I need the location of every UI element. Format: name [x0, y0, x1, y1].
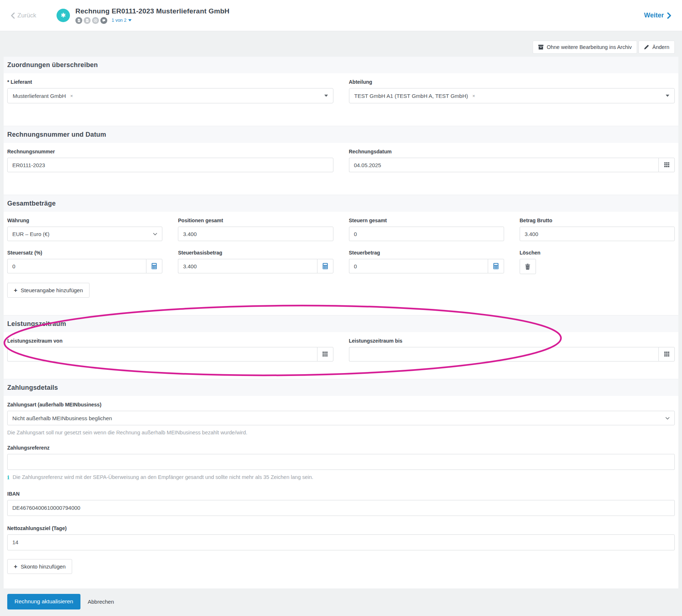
currency-value: EUR – Euro (€)	[12, 231, 50, 237]
top-header-bar: Zurück ✱ Rechnung ER0111-2023 Musterlief…	[0, 0, 682, 31]
form-footer: Rechnung aktualisieren Abbrechen	[0, 588, 682, 609]
payment-reference-info: Die Zahlungsreferenz wird mit der SEPA-Ü…	[13, 474, 313, 480]
supplier-remove-icon[interactable]: ×	[70, 93, 73, 99]
taxes-total-field: Steuern gesamt	[349, 218, 504, 241]
pager-label: 1 von 2	[112, 18, 126, 23]
tax-rate-input[interactable]	[7, 259, 146, 273]
payment-reference-input[interactable]	[7, 454, 675, 470]
update-invoice-button[interactable]: Rechnung aktualisieren	[7, 594, 80, 609]
department-remove-icon[interactable]: ×	[472, 93, 475, 99]
payment-method-select[interactable]: Nicht außerhalb MEINbusiness beglichen	[7, 411, 675, 425]
currency-select[interactable]: EUR – Euro (€)	[7, 227, 162, 241]
plus-icon: +	[14, 287, 17, 293]
calendar-grid-icon	[322, 351, 328, 357]
payment-reference-field: Zahlungsreferenz i Die Zahlungsreferenz …	[7, 445, 675, 481]
invoice-date-input[interactable]	[349, 158, 659, 172]
add-tax-button[interactable]: + Steuerangabe hinzufügen	[7, 283, 90, 298]
calendar-grid-icon	[664, 351, 670, 357]
delete-tax-label: Löschen	[520, 250, 675, 256]
period-to-picker-button[interactable]	[658, 347, 675, 361]
calculator-icon	[151, 263, 157, 269]
section-period: Leistungszeitraum Leistungszeitraum von	[4, 315, 678, 379]
tax-rate-field: Steuersatz (%)	[7, 250, 162, 274]
invoice-edit-page: Zurück ✱ Rechnung ER0111-2023 Musterlief…	[0, 0, 682, 616]
section-invoice-content: Rechnungsnummer Rechnungsdatum	[4, 143, 678, 195]
positions-total-field: Positionen gesamt	[178, 218, 333, 241]
payment-method-help: Die Zahlungsart soll nur gesetzt sein we…	[7, 430, 675, 435]
edit-label: Ändern	[652, 44, 669, 50]
period-to-field: Leistungszeitraum bis	[349, 338, 675, 361]
invoice-date-picker-button[interactable]	[658, 158, 675, 172]
select-chevron-icon	[665, 417, 670, 419]
tax-rate-label: Steuersatz (%)	[7, 250, 162, 256]
dropdown-caret-icon	[324, 95, 328, 97]
section-period-title: Leistungszeitraum	[7, 320, 675, 328]
section-invoice-header: Rechnungsnummer und Datum	[4, 126, 678, 143]
tax-amount-input[interactable]	[349, 259, 488, 273]
cancel-button[interactable]: Abbrechen	[88, 599, 114, 605]
payment-reference-info-row: i Die Zahlungsreferenz wird mit der SEPA…	[7, 474, 675, 481]
section-invoice-title: Rechnungsnummer und Datum	[7, 131, 675, 139]
iban-field: IBAN	[7, 491, 675, 516]
calculator-icon	[493, 263, 499, 269]
document-icon[interactable]	[75, 17, 82, 24]
page-selector[interactable]: 1 von 2	[112, 18, 132, 23]
section-totals-title: Gesamtbeträge	[7, 200, 675, 207]
tax-base-input[interactable]	[178, 259, 317, 273]
iban-input[interactable]	[7, 500, 675, 516]
net-days-field: Nettozahlungsziel (Tage)	[7, 525, 675, 550]
section-payment-header: Zahlungsdetails	[4, 379, 678, 396]
payment-method-field: Zahlungsart (außerhalb MEINbusiness) Nic…	[7, 402, 675, 435]
taxes-total-input[interactable]	[349, 227, 504, 241]
tax-base-calc-button[interactable]	[317, 259, 333, 273]
delete-tax-button[interactable]	[520, 259, 536, 274]
note-icon[interactable]	[84, 17, 91, 24]
section-payment-content: Zahlungsart (außerhalb MEINbusiness) Nic…	[4, 396, 678, 588]
positions-total-label: Positionen gesamt	[178, 218, 333, 223]
positions-total-input[interactable]	[178, 227, 333, 241]
trash-icon	[525, 264, 530, 270]
actions-row: Ohne weitere Bearbeitung ins Archiv Ände…	[0, 31, 682, 56]
comment-icon[interactable]	[100, 17, 107, 24]
archive-button[interactable]: Ohne weitere Bearbeitung ins Archiv	[533, 41, 637, 54]
taxes-total-label: Steuern gesamt	[349, 218, 504, 223]
section-payment-title: Zahlungsdetails	[7, 384, 675, 392]
gross-amount-input[interactable]	[520, 227, 675, 241]
section-period-header: Leistungszeitraum	[4, 315, 678, 332]
period-from-picker-button[interactable]	[317, 347, 333, 361]
invoice-number-field: Rechnungsnummer	[7, 149, 333, 172]
tax-rate-calc-button[interactable]	[146, 259, 162, 273]
invoice-number-input[interactable]	[7, 158, 333, 172]
back-button[interactable]: Zurück	[11, 12, 36, 19]
section-period-content: Leistungszeitraum von Leistungszeitraum …	[4, 332, 678, 379]
payment-method-value: Nicht außerhalb MEINbusiness beglichen	[12, 415, 112, 421]
add-discount-button[interactable]: + Skonto hinzufügen	[7, 559, 72, 574]
net-days-label: Nettozahlungsziel (Tage)	[7, 525, 675, 531]
info-icon: i	[7, 474, 9, 481]
pencil-icon	[644, 45, 649, 50]
net-days-input[interactable]	[7, 534, 675, 550]
invoice-badge-icon: ✱	[57, 9, 70, 22]
select-chevron-icon	[153, 233, 157, 235]
department-label: Abteilung	[349, 79, 675, 85]
gross-amount-label: Betrag Brutto	[520, 218, 675, 223]
next-label: Weiter	[644, 12, 664, 19]
add-tax-label: Steuerangabe hinzufügen	[21, 287, 83, 293]
back-label: Zurück	[17, 12, 36, 19]
period-from-input[interactable]	[7, 347, 317, 361]
iban-label: IBAN	[7, 491, 675, 497]
tax-amount-calc-button[interactable]	[488, 259, 504, 273]
payment-reference-label: Zahlungsreferenz	[7, 445, 675, 451]
bill-icon[interactable]	[92, 17, 99, 24]
period-to-input[interactable]	[349, 347, 659, 361]
calendar-grid-icon	[664, 162, 670, 168]
tax-amount-label: Steuerbetrag	[349, 250, 504, 256]
edit-button[interactable]: Ändern	[639, 41, 675, 54]
title-icon-row: 1 von 2	[75, 17, 229, 24]
currency-field: Währung EUR – Euro (€)	[7, 218, 162, 241]
department-select[interactable]: TEST GmbH A1 (TEST GmbH A, TEST GmbH) ×	[349, 88, 675, 103]
chevron-right-icon	[667, 12, 671, 19]
next-button[interactable]: Weiter	[644, 12, 671, 19]
supplier-select[interactable]: Musterlieferant GmbH ×	[7, 88, 333, 103]
supplier-label: * Lieferant	[7, 79, 333, 85]
